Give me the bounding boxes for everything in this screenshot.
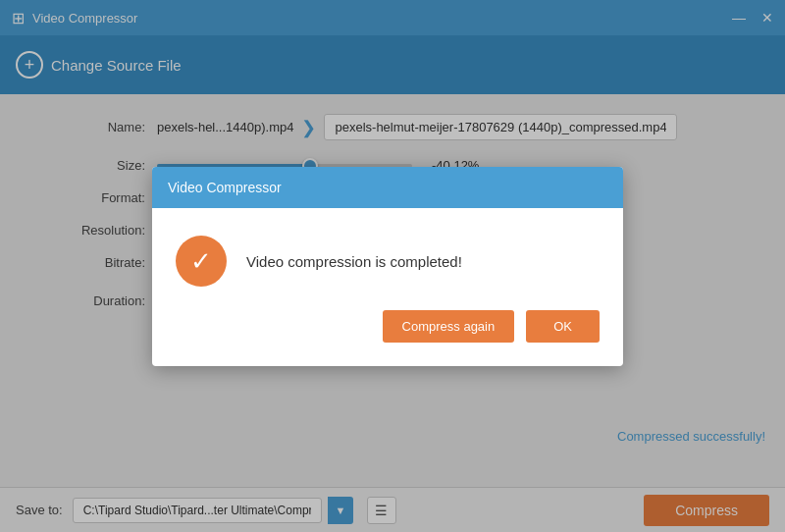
dialog-header: Video Compressor <box>152 167 623 208</box>
compress-again-button[interactable]: Compress again <box>383 310 515 343</box>
dialog-body: ✓ Video compression is completed! <box>152 208 623 310</box>
dialog-title: Video Compressor <box>168 180 282 195</box>
completion-dialog: Video Compressor ✓ Video compression is … <box>152 167 623 366</box>
dialog-message: Video compression is completed! <box>246 253 462 270</box>
check-circle: ✓ <box>176 236 227 287</box>
dialog-footer: Compress again OK <box>152 310 623 366</box>
ok-button[interactable]: OK <box>526 310 600 343</box>
check-icon: ✓ <box>190 248 212 274</box>
